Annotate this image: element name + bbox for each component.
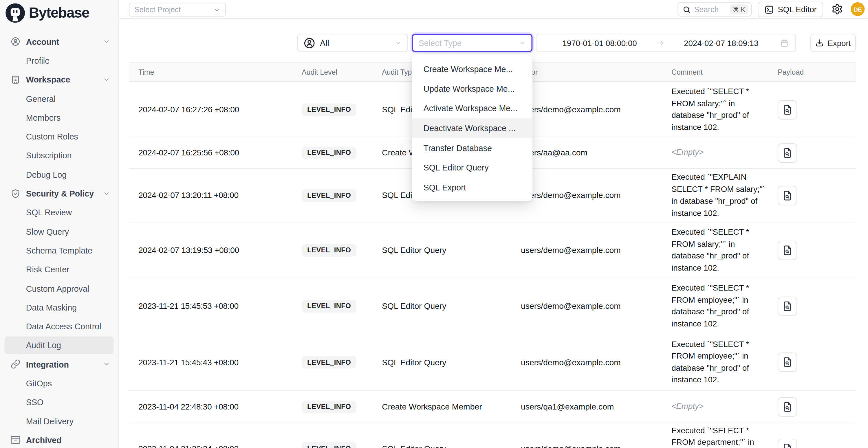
menu-item-activate-workspace-me[interactable]: Activate Workspace Me... xyxy=(412,99,532,118)
actor-cell: users/demo@example.com xyxy=(521,191,672,200)
sidebar-item-custom-approval[interactable]: Custom Approval xyxy=(0,279,119,298)
sidebar-item-profile[interactable]: Profile xyxy=(0,51,119,70)
payload-view-button[interactable] xyxy=(778,296,797,316)
empty-comment-placeholder: <Empty> xyxy=(672,148,704,157)
sidebar-item-risk-center[interactable]: Risk Center xyxy=(0,260,119,279)
sidebar-item-data-masking[interactable]: Data Masking xyxy=(0,298,119,317)
shield-check-icon xyxy=(10,188,20,198)
sidebar-item-label: General xyxy=(26,94,56,103)
menu-item-sql-export[interactable]: SQL Export xyxy=(412,178,532,197)
payload-view-button[interactable] xyxy=(778,241,797,260)
menu-item-create-workspace-me[interactable]: Create Workspace Me... xyxy=(412,59,532,79)
sidebar-item-workspace[interactable]: Workspace xyxy=(0,70,119,89)
sidebar-item-integration[interactable]: Integration xyxy=(0,355,119,374)
audit-level-badge: LEVEL_INFO xyxy=(302,356,356,369)
column-header-payload: Payload xyxy=(778,68,856,76)
audit-log-row: 2023-11-21 15:45:43 +08:00LEVEL_INFOSQL … xyxy=(129,334,856,391)
sidebar-item-general[interactable]: General xyxy=(0,89,119,108)
chevron-down-icon xyxy=(103,361,110,368)
time-cell: 2023-11-21 15:45:53 +08:00 xyxy=(129,301,302,311)
sidebar-item-label: Security & Policy xyxy=(26,189,94,198)
sidebar-item-subscription[interactable]: Subscription xyxy=(0,146,119,165)
menu-item-update-workspace-me[interactable]: Update Workspace Me... xyxy=(412,79,532,99)
audit-log-row: 2023-11-21 15:45:53 +08:00LEVEL_INFOSQL … xyxy=(129,279,856,334)
sidebar-item-account[interactable]: Account xyxy=(0,32,119,51)
empty-comment-placeholder: <Empty> xyxy=(672,402,704,411)
search-input[interactable]: Search ⌘ K xyxy=(678,2,752,17)
audit-level-cell: LEVEL_INFO xyxy=(302,356,382,369)
time-cell: 2024-02-07 16:25:56 +08:00 xyxy=(129,148,302,157)
sidebar-item-label: Data Access Control xyxy=(26,322,101,331)
sidebar-item-data-access-control[interactable]: Data Access Control xyxy=(0,317,119,336)
audit-level-cell: LEVEL_INFO xyxy=(302,400,382,413)
actor-cell: users/aa@aa.com xyxy=(521,148,672,157)
chevron-down-icon xyxy=(103,38,110,45)
comment-cell: Executed `"SELECT * FROM employee;"` in … xyxy=(672,338,778,386)
payload-view-button[interactable] xyxy=(778,100,797,119)
project-select[interactable]: Select Project xyxy=(129,3,226,17)
terminal-icon xyxy=(764,5,774,14)
sidebar-item-sso[interactable]: SSO xyxy=(0,393,119,412)
audit-log-row: 2024-02-07 13:19:53 +08:00LEVEL_INFOSQL … xyxy=(129,223,856,279)
menu-item-transfer-database[interactable]: Transfer Database xyxy=(412,138,532,158)
actor-filter-select[interactable]: All xyxy=(297,34,408,52)
date-start-value[interactable]: 1970-01-01 08:00:00 xyxy=(543,38,656,47)
file-search-icon xyxy=(782,148,793,158)
audit-level-badge: LEVEL_INFO xyxy=(302,400,356,413)
audit-level-cell: LEVEL_INFO xyxy=(302,103,382,116)
sql-editor-label: SQL Editor xyxy=(778,5,817,14)
user-avatar[interactable]: DE xyxy=(851,2,865,16)
chevron-down-icon xyxy=(395,39,402,46)
link-icon xyxy=(10,359,20,369)
payload-cell xyxy=(778,439,856,448)
sidebar-item-label: Debug Log xyxy=(26,169,67,179)
sidebar-item-gitops[interactable]: GitOps xyxy=(0,374,119,393)
sidebar-item-label: Slow Query xyxy=(26,227,69,236)
sidebar-item-label: Risk Center xyxy=(26,264,69,274)
sidebar-item-slow-query[interactable]: Slow Query xyxy=(0,222,119,241)
payload-view-button[interactable] xyxy=(778,352,797,372)
payload-view-button[interactable] xyxy=(778,439,797,448)
settings-gear-button[interactable] xyxy=(832,3,843,15)
sidebar-item-schema-template[interactable]: Schema Template xyxy=(0,241,119,260)
payload-view-button[interactable] xyxy=(778,143,797,162)
sql-editor-button[interactable]: SQL Editor xyxy=(758,2,823,18)
menu-item-sql-editor-query[interactable]: SQL Editor Query xyxy=(412,158,532,178)
sidebar-item-label: Custom Approval xyxy=(26,284,89,293)
sidebar-item-mail-delivery[interactable]: Mail Delivery xyxy=(0,412,119,430)
sidebar-item-custom-roles[interactable]: Custom Roles xyxy=(0,127,119,146)
sidebar-item-debug-log[interactable]: Debug Log xyxy=(0,165,119,184)
comment-cell: <Empty> xyxy=(672,401,778,413)
brand-logo[interactable]: Bytebase xyxy=(5,3,89,23)
sidebar-item-label: GitOps xyxy=(26,379,52,388)
date-end-value[interactable]: 2024-02-07 18:09:13 xyxy=(664,38,778,47)
date-range-picker[interactable]: 1970-01-01 08:00:00 2024-02-07 18:09:13 xyxy=(536,34,796,52)
payload-view-button[interactable] xyxy=(778,397,797,416)
calendar-icon xyxy=(780,38,789,47)
time-cell: 2023-11-04 22:48:30 +08:00 xyxy=(129,402,302,411)
file-search-icon xyxy=(782,402,793,412)
audit-level-cell: LEVEL_INFO xyxy=(302,299,382,312)
menu-item-deactivate-workspace[interactable]: Deactivate Workspace ... xyxy=(412,118,532,138)
sidebar-item-security-policy[interactable]: Security & Policy xyxy=(0,184,119,203)
sidebar-item-label: Mail Delivery xyxy=(26,416,73,426)
sidebar-item-members[interactable]: Members xyxy=(0,108,119,127)
type-filter-select[interactable]: Select Type xyxy=(412,34,532,52)
topbar: Select Project Search ⌘ K SQL Editor DE xyxy=(119,0,868,19)
audit-type-cell: SQL Editor Query xyxy=(382,444,521,448)
comment-cell: Executed `"SELECT * FROM department;"` i… xyxy=(672,424,778,448)
sidebar-item-label: Integration xyxy=(26,359,69,369)
sidebar-item-sql-review[interactable]: SQL Review xyxy=(0,203,119,222)
time-cell: 2024-02-07 13:19:53 +08:00 xyxy=(129,246,302,255)
chevron-down-icon xyxy=(103,190,110,197)
arrow-right-icon xyxy=(656,39,665,47)
payload-view-button[interactable] xyxy=(778,186,797,205)
sidebar-item-label: Account xyxy=(26,37,59,46)
payload-cell xyxy=(778,352,856,372)
sidebar-item-audit-log[interactable]: Audit Log xyxy=(0,336,119,355)
actor-filter-value: All xyxy=(320,38,329,48)
time-cell: 2023-11-21 15:45:43 +08:00 xyxy=(129,358,302,367)
actor-cell: users/demo@example.com xyxy=(521,301,672,311)
sidebar-item-archived[interactable]: Archived xyxy=(0,430,119,448)
export-button[interactable]: Export xyxy=(810,34,856,52)
